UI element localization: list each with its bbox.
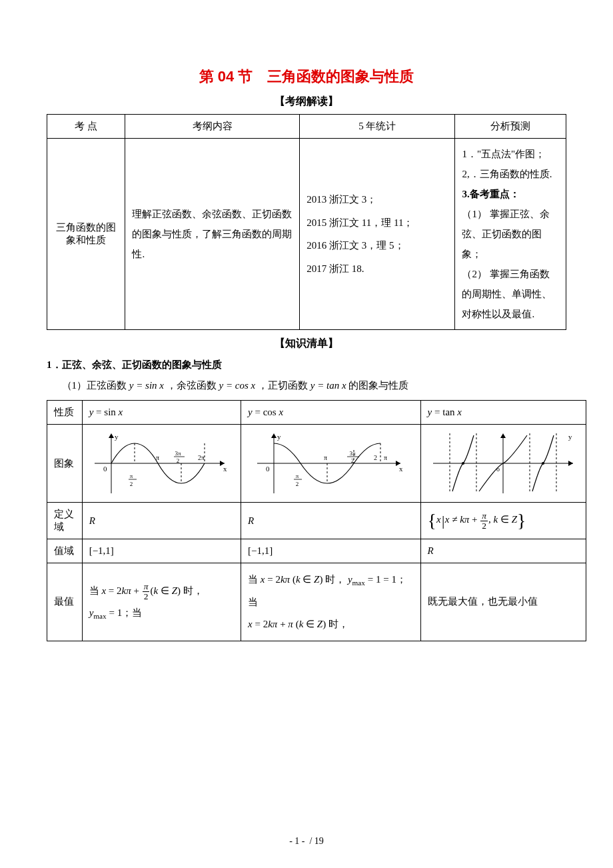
fn-sin-inline: y = sin x [129,380,164,391]
svg-marker-21 [271,433,277,438]
svg-point-48 [542,462,544,465]
properties-table: 性质 y = sin x y = cos x y = tan x 图象 0 y … [47,400,586,641]
max-cos-pre: 当 [248,574,261,585]
range-sin: [−1,1] [82,539,241,563]
svg-text:2: 2 [351,457,354,464]
svg-point-47 [462,462,464,465]
svg-text:y: y [115,433,119,441]
svg-text:π: π [384,454,387,461]
svg-text:x: x [223,465,227,473]
max-sin: 当 x = 2kπ + π2(k ∈ Z) 时， ymax = 1；当 [82,563,241,641]
page-number: - 1 - [289,836,305,846]
row-range: 值域 [47,539,83,563]
intro-post: 的图象与性质 [348,380,408,391]
domain-tan: {x|x ≠ kπ + π2, k ∈ Z} [420,503,586,539]
graph-sin-cell: 0 y x π 2 π 3π 2 2π [82,425,241,503]
intro-pre: （1）正弦函数 [62,380,129,391]
svg-text:2: 2 [296,481,299,487]
svg-marker-38 [568,461,573,466]
predict-l2: 2,．三角函数的性质. [462,169,552,179]
svg-text:y: y [568,433,572,441]
page-footer: - 1 - / 19 [0,836,613,847]
svg-text:0: 0 [103,465,107,473]
max-cos: 当 x = 2kπ (k ∈ Z) 时， ymax = 1 = 1；当 x = … [241,563,421,641]
head-cos: y = cos x [241,401,421,425]
head-sin: y = sin x [82,401,241,425]
cell-predict: 1．"五点法"作图； 2,．三角函数的性质. 3.备考重点： （1） 掌握正弦、… [455,139,566,330]
th-content: 考纲内容 [125,115,300,139]
svg-text:2: 2 [177,457,180,464]
svg-text:0: 0 [266,465,270,473]
fn-cos-inline: y = cos x [219,380,255,391]
row-max: 最值 [47,563,83,641]
intro-mid1: ，余弦函数 [167,380,219,391]
domain-sin: R [82,503,241,539]
svg-text:π: π [130,473,133,479]
svg-text:π: π [296,473,299,479]
tan-graph-icon: y o [430,430,576,497]
svg-marker-3 [109,433,114,438]
svg-text:π: π [156,454,159,461]
predict-l3: 3.备考重点： [462,189,519,199]
th-predict: 分析预测 [455,115,566,139]
range-tan: R [420,539,586,563]
syllabus-header: 【考纲解读】 [47,95,566,109]
row-domain: 定义域 [47,503,83,539]
max-tan: 既无最大值，也无最小值 [420,563,586,641]
head-tan: y = tan x [420,401,586,425]
list-title: 1．正弦、余弦、正切函数的图象与性质 [47,359,566,371]
svg-text:y: y [277,433,281,441]
graph-cos-cell: 0 y x π 2 π 3π 2 2 π [241,425,421,503]
max-cos-mid: 时， [325,574,345,585]
svg-text:x: x [399,465,403,473]
max-sin-post: 时， [183,585,203,596]
th-topic: 考 点 [47,115,125,139]
predict-l1: 1．"五点法"作图； [462,149,545,159]
domain-cos: R [241,503,421,539]
cell-topic: 三角函数的图象和性质 [47,139,125,330]
sin-graph-icon: 0 y x π 2 π 3π 2 2π [91,430,231,497]
intro-mid2: ，正切函数 [258,380,310,391]
cell-stats: 2013 浙江文 3； 2015 浙江文 11，理 11； 2016 浙江文 3… [300,139,455,330]
fn-tan-inline: y = tan x [310,380,346,391]
row-property: 性质 [47,401,83,425]
svg-text:3π: 3π [350,450,356,457]
max-cos-l2: 时， [328,619,348,629]
svg-text:π: π [324,454,327,461]
range-cos: [−1,1] [241,539,421,563]
cell-content: 理解正弦函数、余弦函数、正切函数的图象与性质，了解三角函数的周期性. [125,139,300,330]
predict-l4: （1） 掌握正弦、余弦、正切函数的图象； [462,209,549,259]
svg-text:2π: 2π [198,454,205,461]
page-total: / 19 [309,836,323,846]
th-stats: 5 年统计 [300,115,455,139]
svg-text:2: 2 [130,481,133,487]
svg-text:2: 2 [374,454,377,461]
cos-graph-icon: 0 y x π 2 π 3π 2 2 π [254,430,407,497]
predict-l5: （2） 掌握三角函数的周期性、单调性、对称性以及最值. [462,269,552,319]
list-intro: （1）正弦函数 y = sin x ，余弦函数 y = cos x ，正切函数 … [47,379,566,392]
graph-tan-cell: y o [420,425,586,503]
knowledge-header: 【知识清单】 [47,337,566,351]
page-title: 第 04 节 三角函数的图象与性质 [47,67,566,87]
row-graph: 图象 [47,425,83,503]
outline-table: 考 点 考纲内容 5 年统计 分析预测 三角函数的图象和性质 理解正弦函数、余弦… [47,114,566,330]
svg-marker-40 [500,433,506,438]
max-sin-pre: 当 [89,585,102,596]
svg-text:3π: 3π [175,450,182,457]
